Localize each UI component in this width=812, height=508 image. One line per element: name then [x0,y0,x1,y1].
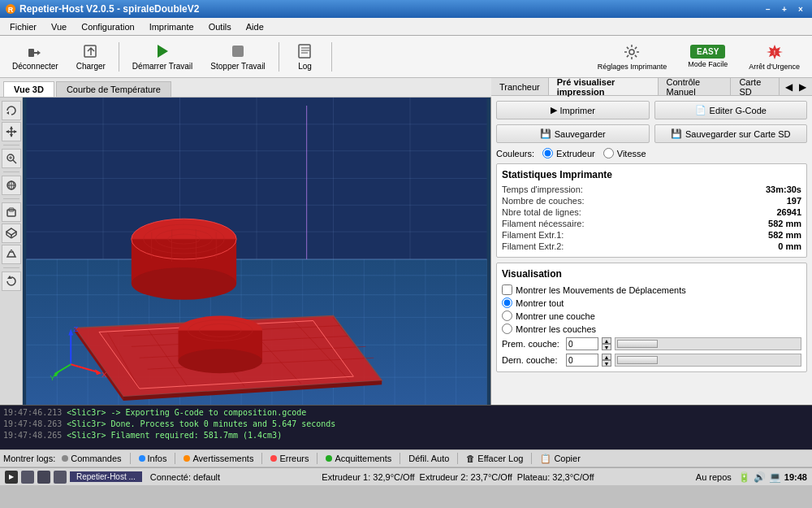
taskbar-btn-3[interactable] [54,471,67,484]
btab-dot-acquittements [326,455,332,462]
prem-couche-up[interactable]: ▲ [602,337,611,344]
load-button[interactable]: Charger [69,39,113,75]
view-front-tool[interactable] [2,202,21,222]
btab-acquittements[interactable]: Acquittements [322,454,395,463]
tab-vue3d[interactable]: Vue 3D [3,81,54,97]
dern-couche-slider[interactable] [615,354,801,367]
home-view-tool[interactable] [2,176,21,195]
effacer-log-button[interactable]: 🗑 Effacer Log [463,454,526,463]
viz-option-2: Montrer une couche [502,310,801,321]
svg-text:X: X [102,370,107,379]
app-icon: R Repetier-Host V2.0.5 - spiraleDoubleV2 [5,3,199,15]
defil-auto-button[interactable]: Défil. Auto [405,454,452,463]
dern-couche-down[interactable]: ▼ [602,360,611,367]
toolbar-separator-3 [331,42,332,72]
menu-outils[interactable]: Outils [202,20,238,33]
viz-label-3: Montrer les couches [516,324,596,334]
menu-configuration[interactable]: Configuration [75,20,140,33]
viz-radio-3[interactable] [502,323,512,334]
minimize-button[interactable]: − [762,3,775,15]
easy-mode-button[interactable]: EASY Mode Facile [680,39,735,75]
viz-radio-2[interactable] [502,310,512,321]
viz-checkbox-0[interactable] [502,284,512,295]
time-display: 19:48 [784,472,807,482]
tab-temperature[interactable]: Courbe de Température [56,81,171,97]
btab-sep-5 [457,453,458,464]
audio-icon: 🔊 [754,471,766,483]
close-button[interactable]: × [794,3,807,15]
right-nav: ◀ ▶ [780,78,812,95]
tab-trancheur[interactable]: Trancheur [491,78,549,95]
svg-point-89 [132,267,236,300]
statusbar: ▶ Repetier-Host ... Connecté: default Ex… [0,467,812,485]
save-icon: 💾 [540,128,551,139]
print-button[interactable]: ▶ Imprimer [496,101,650,119]
btab-sep-0 [130,453,131,464]
viz-radio-1[interactable] [502,297,512,308]
dern-couche-input[interactable] [566,354,598,367]
zoom-in-tool[interactable] [2,149,21,168]
nav-left-arrow[interactable]: ◀ [783,81,795,93]
btab-avertissements[interactable]: Avertissements [180,454,257,463]
edit-gcode-button[interactable]: 📄 Editer G-Code [654,101,808,119]
menu-vue[interactable]: Vue [45,20,73,33]
stop-job-button[interactable]: Stopper Travail [203,39,272,75]
dern-couche-up[interactable]: ▲ [602,354,611,360]
stat-row-5: Filament Extr.2: 0 mm [502,241,801,252]
dern-couche-label: Dern. couche: [502,355,563,365]
maximize-button[interactable]: + [778,3,791,15]
prem-couche-down[interactable]: ▼ [602,344,611,350]
3d-viewport[interactable]: Z X Y [23,98,491,405]
repetier-host-taskbar[interactable]: Repetier-Host ... [70,471,142,482]
log-button[interactable]: Log [285,39,326,75]
emergency-stop-button[interactable]: ! Arrêt d'Urgence [741,39,807,75]
btab-dot-avertissements [184,455,190,462]
printer-status: Au repos [696,472,732,482]
tab-control[interactable]: Contrôle Manuel [659,78,732,95]
status-left: ▶ Repetier-Host ... Connecté: default [5,471,220,484]
view-perspective-tool[interactable] [2,245,21,264]
rotate-tool[interactable] [2,101,21,120]
copy-icon: 📋 [540,454,551,464]
save-button[interactable]: 💾 Sauvegarder [496,124,650,143]
right-content: ▶ Imprimer 📄 Editer G-Code 💾 Sauvegarder… [491,96,812,405]
taskbar-btn-1[interactable] [21,471,34,484]
settings-button[interactable]: Réglages Imprimante [590,39,675,75]
left-toolbar [0,98,23,405]
disconnect-button[interactable]: Déconnecter [5,39,66,75]
copier-button[interactable]: 📋 Copier [537,454,583,464]
menu-fichier[interactable]: Fichier [3,20,43,33]
svg-marker-6 [158,45,168,58]
svg-line-32 [6,235,11,238]
reset-view-tool[interactable] [2,271,21,291]
viz-option-0: Montrer les Mouvements de Déplacements [502,284,801,295]
btab-infos[interactable]: Infos [136,454,171,463]
view-top-tool[interactable] [2,224,21,243]
viz-label-1: Montrer tout [516,298,564,308]
menu-imprimante[interactable]: Imprimante [143,20,201,33]
taskbar-icons: ▶ [5,471,67,484]
btab-sep-3 [317,453,317,464]
toolbar-separator-2 [279,42,279,72]
prem-couche-slider[interactable] [615,337,801,350]
stat-row-4: Filament Extr.1: 582 mm [502,229,801,241]
titlebar: R Repetier-Host V2.0.5 - spiraleDoubleV2… [0,0,812,18]
main-area: Vue 3D Courbe de Température [0,78,812,405]
nav-right-arrow[interactable]: ▶ [797,81,809,93]
btab-commandes[interactable]: Commandes [58,454,124,463]
start-icon: ▶ [5,471,18,484]
btab-erreurs[interactable]: Erreurs [267,454,312,463]
start-job-button[interactable]: Démarrer Travail [125,39,200,75]
viz-option-1: Montrer tout [502,297,801,308]
tab-preview[interactable]: Pré visualiser impression [549,78,659,95]
extruder-label: Extrudeur [556,149,595,158]
extruder-radio-input[interactable] [542,148,553,158]
prem-couche-input[interactable] [566,337,598,350]
save-sd-button[interactable]: 💾 Sauvegarder sur Carte SD [654,124,808,143]
clock-icon: 💻 [769,471,781,483]
move-tool[interactable] [2,122,21,141]
menu-aide[interactable]: Aide [240,20,270,33]
tab-sd[interactable]: Carte SD [731,78,780,95]
taskbar-btn-2[interactable] [37,471,50,484]
speed-radio-input[interactable] [603,148,614,158]
